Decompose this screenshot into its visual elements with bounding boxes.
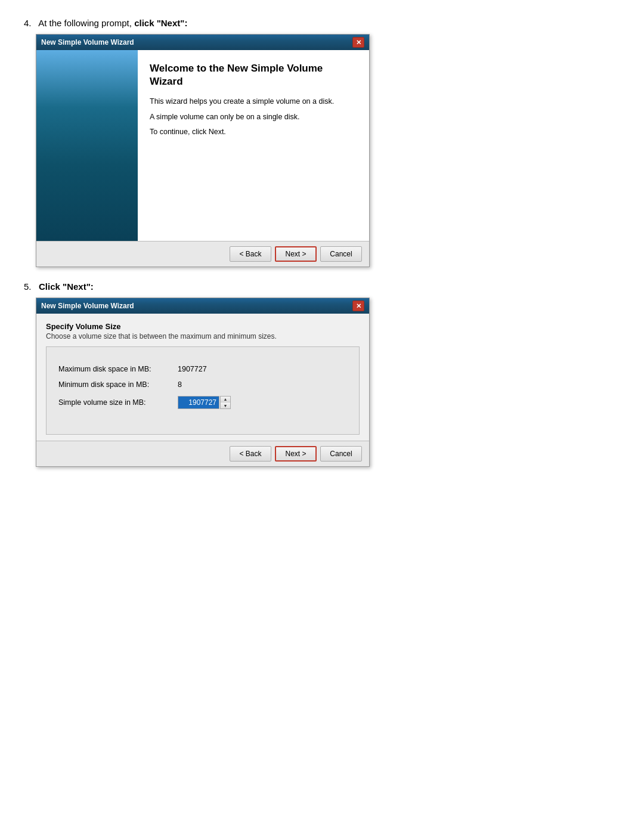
step-5-header: 5. Click "Next": [24,281,620,292]
close-icon: ✕ [356,302,361,310]
volume-size-spinbox[interactable]: ▲ ▼ [178,396,231,409]
dialog-welcome-footer: < Back Next > Cancel [36,241,369,267]
volume-size-input[interactable] [178,396,219,409]
close-icon: ✕ [356,39,361,47]
dialog-welcome: New Simple Volume Wizard ✕ Welcome to th… [36,34,370,267]
dialog-volume-size-inner: Maximum disk space in MB: 1907727 Minimu… [46,346,360,435]
dialog-volume-size-next-button[interactable]: Next > [275,446,317,462]
step-4-number: 4. [24,18,32,28]
step-5-instruction: Click "Next": [39,281,94,292]
dialog-welcome-cancel-button[interactable]: Cancel [320,246,362,262]
volume-size-label: Simple volume size in MB: [58,398,178,407]
dialog-welcome-text2: A simple volume can only be on a single … [150,112,357,123]
max-disk-row: Maximum disk space in MB: 1907727 [58,365,347,373]
dialog-welcome-text1: This wizard helps you create a simple vo… [150,97,357,107]
dialog-welcome-content: Welcome to the New Simple Volume Wizard … [138,50,369,241]
dialog-welcome-back-button[interactable]: < Back [230,246,271,262]
volume-size-row: Simple volume size in MB: ▲ ▼ [58,396,347,409]
dialog-volume-size-titlebar: New Simple Volume Wizard ✕ [36,298,369,314]
dialog-welcome-titlebar: New Simple Volume Wizard ✕ [36,35,369,50]
dialog-welcome-close-button[interactable]: ✕ [352,37,364,48]
dialog-welcome-title: New Simple Volume Wizard [41,38,134,47]
dialog-welcome-body: Welcome to the New Simple Volume Wizard … [36,50,369,241]
dialog-volume-size-body: Specify Volume Size Choose a volume size… [36,314,369,441]
dialog-welcome-text3: To continue, click Next. [150,127,357,138]
min-disk-label: Minimum disk space in MB: [58,380,178,389]
dialog-welcome-sidebar [36,50,138,241]
min-disk-row: Minimum disk space in MB: 8 [58,380,347,389]
spinbox-down-button[interactable]: ▼ [221,402,230,408]
dialog-volume-size-close-button[interactable]: ✕ [352,301,364,311]
dialog-volume-size-title: New Simple Volume Wizard [41,302,134,310]
dialog-volume-size: New Simple Volume Wizard ✕ Specify Volum… [36,298,370,467]
step-5: 5. Click "Next": New Simple Volume Wizar… [24,281,620,467]
step-4-header: 4. At the following prompt, click "Next"… [24,18,620,28]
dialog-volume-size-section-subtitle: Choose a volume size that is between the… [46,332,360,340]
dialog-volume-size-back-button[interactable]: < Back [230,446,271,462]
min-disk-value: 8 [178,380,182,389]
dialog-volume-size-cancel-button[interactable]: Cancel [320,446,362,462]
spinbox-up-button[interactable]: ▲ [221,397,230,402]
max-disk-label: Maximum disk space in MB: [58,365,178,373]
step-4-instruction-prefix: At the following prompt, [38,18,134,28]
step-4-instruction-bold: click "Next": [134,18,187,28]
spinbox-arrows: ▲ ▼ [220,396,231,409]
dialog-volume-size-section-title: Specify Volume Size [46,322,360,331]
max-disk-value: 1907727 [178,365,207,373]
step-5-number: 5. [24,281,32,292]
dialog-volume-size-footer: < Back Next > Cancel [36,441,369,466]
dialog-welcome-heading: Welcome to the New Simple Volume Wizard [150,62,357,88]
step-4: 4. At the following prompt, click "Next"… [24,18,620,267]
dialog-welcome-next-button[interactable]: Next > [275,246,317,262]
